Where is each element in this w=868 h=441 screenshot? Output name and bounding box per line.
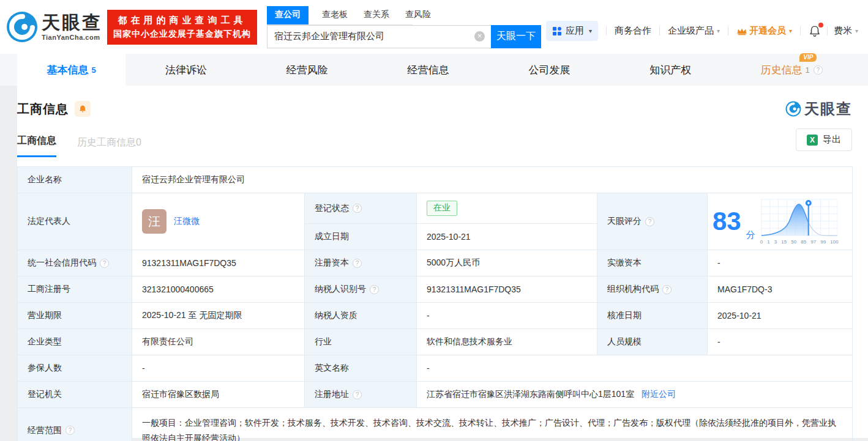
table-row: 法定代表人 汪 汪微微 登记状态 ? 在业 天眼评分 ? 83	[18, 193, 853, 224]
tab-company-development[interactable]: 公司发展	[488, 54, 610, 86]
export-button[interactable]: X 导出	[796, 128, 852, 151]
search-tab-company[interactable]: 查公司	[267, 6, 309, 24]
label-text: 天眼评分	[607, 216, 642, 227]
search-button[interactable]: 天眼一下	[491, 25, 541, 48]
clear-search-icon[interactable]: ×	[474, 31, 485, 42]
term-value: 2025-10-21 至 无固定期限	[132, 303, 305, 329]
enterprise-label: 企业级产品	[668, 25, 714, 37]
search-tab-relation[interactable]: 查关系	[364, 6, 389, 24]
term-label: 营业期限	[18, 303, 132, 329]
search-area: 查公司 查老板 查关系 查风险 × 天眼一下	[267, 6, 541, 48]
establish-date-value: 2025-10-21	[417, 224, 597, 250]
address-label: 注册地址 ?	[305, 382, 417, 408]
section-title: 工商信息	[17, 101, 69, 117]
industry-value: 软件和信息技术服务业	[417, 329, 597, 355]
nav-cooperation[interactable]: 商务合作	[615, 25, 651, 37]
legal-rep-link[interactable]: 汪微微	[174, 216, 200, 227]
staff-size-label: 人员规模	[597, 329, 708, 355]
tab-history-info[interactable]: 历史信息 VIP 1 ?	[731, 54, 852, 86]
tab-label: 公司发展	[528, 63, 570, 77]
tab-label: 经营信息	[408, 63, 449, 77]
tab-operating-info[interactable]: 经营信息	[368, 54, 489, 86]
divider	[606, 26, 607, 35]
slogan-line2: 国家中小企业发展子基金旗下机构	[113, 29, 251, 40]
tab-legal-proceedings[interactable]: 法律诉讼	[125, 54, 247, 86]
legal-rep-cell: 汪 汪微微	[132, 193, 305, 250]
score-distribution-chart: 01 315 5085 9799 100	[760, 198, 839, 245]
score-label: 天眼评分 ?	[597, 193, 708, 250]
watermark-logo: 天眼查	[785, 99, 852, 119]
paid-capital-value: -	[708, 250, 853, 276]
help-icon[interactable]: ?	[814, 65, 823, 75]
table-row: 营业期限 2025-10-21 至 无固定期限 纳税人资质 - 核准日期 202…	[18, 303, 853, 329]
subtab-business-info[interactable]: 工商信息	[17, 135, 56, 157]
reg-capital-value: 5000万人民币	[417, 250, 597, 276]
tianyancha-swirl-icon	[785, 101, 801, 117]
help-icon[interactable]: ?	[662, 285, 672, 294]
subtab-history-business-info[interactable]: 历史工商信息0	[77, 136, 141, 157]
nav-enterprise-products[interactable]: 企业级产品 ▾	[668, 25, 720, 37]
help-icon[interactable]: ?	[353, 259, 362, 268]
monitor-bell-button[interactable]	[75, 101, 91, 117]
tab-intellectual-property[interactable]: 知识产权	[610, 54, 731, 86]
paid-capital-label: 实缴资本	[597, 250, 708, 276]
search-tab-risk[interactable]: 查风险	[405, 6, 431, 24]
tab-operating-risk[interactable]: 经营风险	[247, 54, 368, 86]
business-scope-value: 一般项目：企业管理咨询；软件开发；技术服务、技术开发、技术咨询、技术交流、技术转…	[132, 408, 853, 441]
taxpayer-qual-value: -	[417, 303, 597, 329]
staff-size-value: -	[708, 329, 853, 355]
org-code-value: MAG1F7DQ-3	[708, 276, 853, 303]
tianyancha-logo[interactable]: 天眼查 TianYanCha.com	[6, 11, 102, 43]
apps-menu[interactable]: 应用 ▾	[546, 21, 598, 41]
chevron-down-icon: ▾	[589, 28, 592, 34]
table-row: 工商注册号 321321000400665 纳税人识别号 ? 91321311M…	[18, 276, 853, 303]
table-row: 经营范围 ? 一般项目：企业管理咨询；软件开发；技术服务、技术开发、技术咨询、技…	[18, 408, 853, 441]
label-text: 统一社会信用代码	[28, 258, 96, 269]
label-text: 纳税人识别号	[315, 284, 366, 295]
table-row: 统一社会信用代码 ? 91321311MAG1F7DQ35 注册资本 ? 500…	[18, 250, 853, 276]
divider	[659, 26, 660, 35]
help-icon[interactable]: ?	[645, 217, 654, 226]
org-code-label: 组织机构代码 ?	[597, 276, 708, 303]
search-input[interactable]	[267, 25, 491, 48]
divider	[728, 26, 728, 35]
address-text: 江苏省宿迁市宿豫区洪泽湖东路南侧呼叫中心1层101室	[427, 389, 634, 399]
business-info-card: 工商信息 天眼查 工商信息 历史工商信息0 X 导出	[17, 86, 868, 438]
search-tab-boss[interactable]: 查老板	[322, 6, 348, 24]
help-icon[interactable]: ?	[370, 285, 379, 294]
business-scope-label: 经营范围 ?	[18, 408, 132, 441]
open-vip-button[interactable]: 开通会员 ▾	[736, 25, 792, 37]
excel-icon: X	[807, 135, 818, 146]
notifications-bell[interactable]	[809, 25, 821, 37]
vip-badge: VIP	[799, 53, 817, 62]
reg-no-label: 工商注册号	[18, 276, 132, 303]
tab-count: 5	[91, 65, 95, 75]
help-icon[interactable]: ?	[100, 259, 109, 268]
nearby-companies-link[interactable]: 附近公司	[642, 389, 676, 399]
username: 费米	[834, 25, 852, 37]
tab-label: 历史信息	[760, 64, 802, 76]
tab-basic-info[interactable]: 基本信息 5	[17, 54, 125, 86]
logo-title: 天眼查	[42, 13, 102, 32]
taxpayer-id-label: 纳税人识别号 ?	[305, 276, 417, 303]
bell-icon	[78, 105, 87, 113]
export-label: 导出	[823, 134, 841, 146]
user-menu[interactable]: 费米 ▾	[834, 25, 858, 37]
status-badge: 在业	[427, 201, 457, 216]
registry-label: 登记机关	[18, 382, 132, 408]
help-icon[interactable]: ?	[353, 204, 362, 213]
crown-icon	[736, 27, 747, 35]
reg-no-value: 321321000400665	[132, 276, 305, 303]
vip-label: 开通会员	[749, 25, 786, 37]
tab-label: 法律诉讼	[165, 63, 207, 77]
cooperation-label: 商务合作	[615, 25, 651, 37]
taxpayer-id-value: 91321311MAG1F7DQ35	[417, 276, 597, 303]
help-icon[interactable]: ?	[65, 426, 75, 435]
top-header: 天眼查 TianYanCha.com 都在用的商业查询工具 国家中小企业发展子基…	[0, 0, 868, 54]
score-cell[interactable]: 83 分	[708, 193, 853, 250]
company-name-label: 企业名称	[18, 167, 132, 193]
insured-count-value: -	[132, 355, 305, 382]
avatar[interactable]: 汪	[142, 209, 166, 234]
table-row: 参保人数 - 英文名称 -	[18, 355, 853, 382]
help-icon[interactable]: ?	[353, 390, 362, 399]
